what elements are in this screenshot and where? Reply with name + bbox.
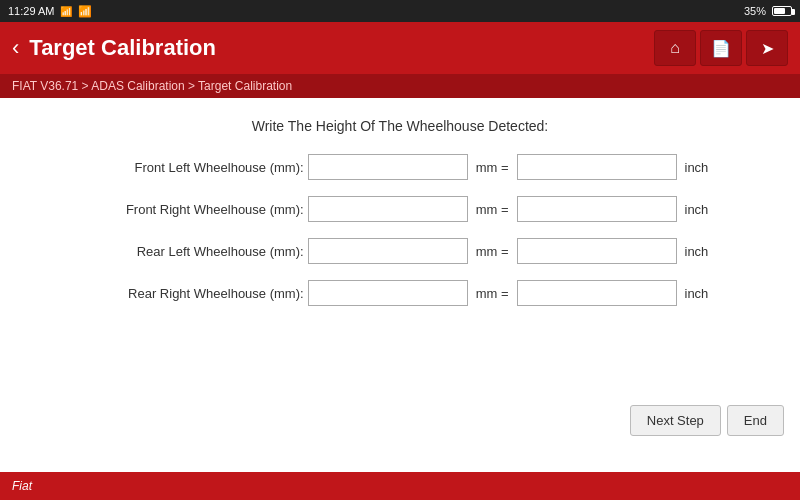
bottom-bar: Fiat [0, 472, 800, 500]
next-step-button[interactable]: Next Step [630, 405, 721, 436]
brand-label: Fiat [12, 479, 32, 493]
form-row-rear-right: Rear Right Wheelhouse (mm): mm = inch [30, 280, 770, 306]
time-label: 11:29 AM [8, 5, 54, 17]
inch-label-4: inch [685, 286, 709, 301]
header-left: ‹ Target Calibration [12, 35, 216, 61]
exit-icon: ➤ [761, 39, 774, 58]
signal-icon: 📶 [78, 5, 92, 18]
form-row-front-right: Front Right Wheelhouse (mm): mm = inch [30, 196, 770, 222]
doc-icon: 📄 [711, 39, 731, 58]
home-button[interactable]: ⌂ [654, 30, 696, 66]
front-left-mm-input[interactable] [308, 154, 468, 180]
mm-eq-label-1: mm = [476, 160, 509, 175]
exit-button[interactable]: ➤ [746, 30, 788, 66]
inch-label-2: inch [685, 202, 709, 217]
footer-buttons: Next Step End [630, 405, 784, 436]
front-right-label: Front Right Wheelhouse (mm): [84, 202, 304, 217]
rear-right-mm-input[interactable] [308, 280, 468, 306]
header-icons: ⌂ 📄 ➤ [654, 30, 788, 66]
rear-right-inch-input[interactable] [517, 280, 677, 306]
form-row-rear-left: Rear Left Wheelhouse (mm): mm = inch [30, 238, 770, 264]
wifi-icon: 📶 [60, 6, 72, 17]
breadcrumb-text: FIAT V36.71 > ADAS Calibration > Target … [12, 79, 292, 93]
back-button[interactable]: ‹ [12, 37, 19, 59]
page-title: Target Calibration [29, 35, 216, 61]
status-left: 11:29 AM 📶 📶 [8, 5, 92, 18]
front-right-inch-input[interactable] [517, 196, 677, 222]
front-left-label: Front Left Wheelhouse (mm): [84, 160, 304, 175]
rear-right-label: Rear Right Wheelhouse (mm): [84, 286, 304, 301]
battery-label: 35% [744, 5, 766, 17]
rear-left-inch-input[interactable] [517, 238, 677, 264]
home-icon: ⌂ [670, 39, 680, 57]
rear-left-mm-input[interactable] [308, 238, 468, 264]
front-right-mm-input[interactable] [308, 196, 468, 222]
doc-button[interactable]: 📄 [700, 30, 742, 66]
end-button[interactable]: End [727, 405, 784, 436]
inch-label-1: inch [685, 160, 709, 175]
form-row-front-left: Front Left Wheelhouse (mm): mm = inch [30, 154, 770, 180]
instruction-text: Write The Height Of The Wheelhouse Detec… [30, 118, 770, 134]
mm-eq-label-4: mm = [476, 286, 509, 301]
front-left-inch-input[interactable] [517, 154, 677, 180]
mm-eq-label-2: mm = [476, 202, 509, 217]
battery-icon [772, 6, 792, 16]
rear-left-label: Rear Left Wheelhouse (mm): [84, 244, 304, 259]
mm-eq-label-3: mm = [476, 244, 509, 259]
main-content: Write The Height Of The Wheelhouse Detec… [0, 98, 800, 472]
header: ‹ Target Calibration ⌂ 📄 ➤ [0, 22, 800, 74]
status-right: 35% [744, 5, 792, 17]
inch-label-3: inch [685, 244, 709, 259]
status-bar: 11:29 AM 📶 📶 35% [0, 0, 800, 22]
breadcrumb: FIAT V36.71 > ADAS Calibration > Target … [0, 74, 800, 98]
